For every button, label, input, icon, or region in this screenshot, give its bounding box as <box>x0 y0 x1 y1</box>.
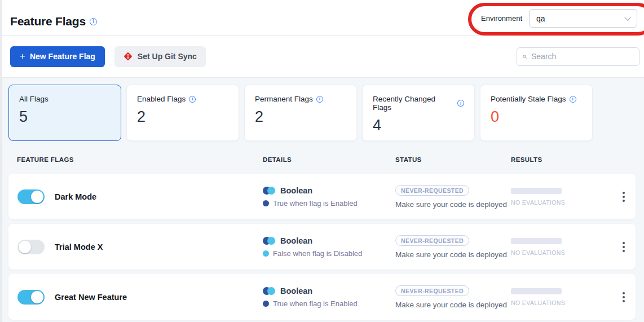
info-icon[interactable] <box>570 96 576 103</box>
environment-label: Environment <box>481 14 522 23</box>
flag-name[interactable]: Trial Mode X <box>55 242 103 252</box>
column-header-feature-flags: FEATURE FLAGS <box>8 156 263 163</box>
environment-dropdown[interactable]: qa <box>529 9 637 28</box>
search-icon <box>523 52 527 61</box>
stat-label: Enabled Flags <box>137 95 228 103</box>
kebab-menu-icon[interactable] <box>619 239 628 255</box>
row-actions-cell <box>611 289 636 306</box>
info-icon[interactable] <box>316 96 323 103</box>
status-text: Make sure your code is deployed <box>395 200 511 209</box>
stat-label: Potentially Stale Flags <box>491 95 582 103</box>
flag-type-label: Boolean <box>280 236 312 245</box>
flag-results-cell: NO EVALUATIONS <box>511 288 611 306</box>
table-row: Dark Mode Boolean True when flag is Enab… <box>8 174 636 219</box>
value-dot-icon <box>263 250 269 257</box>
toggle-knob <box>31 291 43 303</box>
flag-name[interactable]: Dark Mode <box>55 192 96 201</box>
status-text: Make sure your code is deployed <box>395 301 511 309</box>
toggle-knob <box>31 191 43 203</box>
environment-value: qa <box>536 14 545 23</box>
evaluations-label: NO EVALUATIONS <box>511 199 611 206</box>
flag-name-cell: Great New Feature <box>8 290 263 305</box>
table-row: Trial Mode X Boolean False when flag is … <box>8 224 636 270</box>
table-row: Great New Feature Boolean True when flag… <box>8 274 636 320</box>
boolean-type-icon <box>263 237 275 245</box>
status-badge: NEVER-REQUESTED <box>395 235 469 246</box>
search-box <box>517 47 639 66</box>
flag-details-cell: Boolean True when flag is Enabled <box>263 186 395 208</box>
boolean-type-icon <box>263 187 275 195</box>
page-title: Feature Flags <box>10 15 86 28</box>
plus-icon: + <box>20 51 25 61</box>
column-header-details: DETAILS <box>263 156 395 163</box>
stat-card-permanent-flags[interactable]: Permanent Flags 2 <box>244 85 357 141</box>
flag-status-cell: NEVER-REQUESTED Make sure your code is d… <box>395 185 511 209</box>
sidebar-edge <box>0 0 2 322</box>
kebab-menu-icon[interactable] <box>619 289 628 306</box>
stat-value: 2 <box>137 108 228 126</box>
info-icon[interactable] <box>90 18 97 25</box>
value-dot-icon <box>263 200 269 206</box>
evaluations-bar <box>511 188 562 194</box>
evaluations-label: NO EVALUATIONS <box>511 299 611 306</box>
flag-toggle[interactable] <box>17 189 45 204</box>
flag-type-label: Boolean <box>280 286 312 295</box>
evaluations-label: NO EVALUATIONS <box>511 249 611 256</box>
new-feature-flag-button[interactable]: + New Feature Flag <box>10 46 105 67</box>
status-badge: NEVER-REQUESTED <box>395 285 469 296</box>
stat-label: Recently Changed Flags <box>373 95 464 112</box>
main-content: All Flags 5 Enabled Flags 2 Permanent Fl… <box>0 78 644 320</box>
kebab-menu-icon[interactable] <box>619 188 628 205</box>
flag-details-cell: Boolean True when flag is Enabled <box>263 286 395 308</box>
flag-toggle[interactable] <box>17 240 45 254</box>
table-header: FEATURE FLAGS DETAILS STATUS RESULTS <box>8 141 636 174</box>
evaluations-bar <box>511 288 562 294</box>
flag-status-cell: NEVER-REQUESTED Make sure your code is d… <box>395 285 511 309</box>
page-header: Feature Flags Environment qa <box>0 0 644 36</box>
git-sync-button[interactable]: Set Up Git Sync <box>114 46 206 67</box>
info-icon[interactable] <box>189 96 196 103</box>
flag-rule-text: True when flag is Enabled <box>273 299 358 308</box>
stat-card-recently-changed-flags[interactable]: Recently Changed Flags 4 <box>362 85 475 141</box>
git-sync-label: Set Up Git Sync <box>138 52 197 61</box>
search-input[interactable] <box>531 52 633 61</box>
flag-type-label: Boolean <box>280 186 312 195</box>
flag-toggle[interactable] <box>17 290 45 305</box>
flag-results-cell: NO EVALUATIONS <box>511 238 611 256</box>
stat-card-potentially-stale-flags[interactable]: Potentially Stale Flags 0 <box>480 85 593 141</box>
info-icon[interactable] <box>457 100 464 107</box>
flag-status-cell: NEVER-REQUESTED Make sure your code is d… <box>395 235 511 259</box>
column-header-results: RESULTS <box>511 156 611 163</box>
page-title-wrap: Feature Flags <box>10 15 97 28</box>
flag-results-cell: NO EVALUATIONS <box>511 188 611 206</box>
flag-rule-text: True when flag is Enabled <box>273 199 358 208</box>
row-actions-cell <box>611 239 636 255</box>
column-header-status: STATUS <box>395 156 511 163</box>
flag-name-cell: Dark Mode <box>8 189 263 204</box>
toggle-knob <box>19 241 31 253</box>
chevron-down-icon <box>624 14 630 20</box>
stat-value: 5 <box>19 108 111 126</box>
stat-card-all-flags[interactable]: All Flags 5 <box>8 85 121 141</box>
stat-value: 2 <box>255 108 346 126</box>
stat-card-enabled-flags[interactable]: Enabled Flags 2 <box>126 85 239 141</box>
toolbar: + New Feature Flag Set Up Git Sync <box>0 36 644 78</box>
boolean-type-icon <box>263 287 275 295</box>
stat-value: 4 <box>373 117 464 134</box>
status-badge: NEVER-REQUESTED <box>395 185 469 196</box>
status-text: Make sure your code is deployed <box>395 250 511 259</box>
value-dot-icon <box>263 301 269 307</box>
environment-selector: Environment qa <box>481 9 637 28</box>
flag-name-cell: Trial Mode X <box>8 240 263 254</box>
flag-name[interactable]: Great New Feature <box>55 293 127 302</box>
git-icon <box>123 52 133 61</box>
new-feature-flag-label: New Feature Flag <box>30 52 95 61</box>
flag-details-cell: Boolean False when flag is Disabled <box>263 236 395 258</box>
stat-label: Permanent Flags <box>255 95 346 103</box>
flag-rule-text: False when flag is Disabled <box>273 249 362 258</box>
stats-row: All Flags 5 Enabled Flags 2 Permanent Fl… <box>8 85 636 141</box>
stat-label: All Flags <box>19 95 111 103</box>
row-actions-cell <box>611 188 636 205</box>
evaluations-bar <box>511 238 562 244</box>
stat-value: 0 <box>491 108 582 126</box>
